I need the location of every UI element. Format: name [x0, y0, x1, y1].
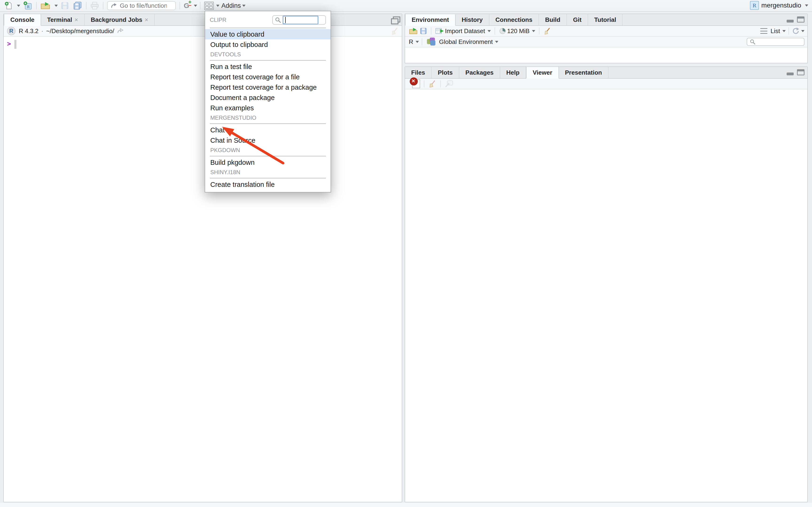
menu-item-report-test-coverage-file[interactable]: Report test coverage for a file: [205, 72, 331, 82]
menu-separator: [210, 123, 326, 124]
environment-toolbar: Import Dataset 120 MiB: [405, 26, 807, 37]
project-menu-button[interactable]: R mergenstudio: [750, 1, 808, 10]
menu-item-document-a-package[interactable]: Document a package: [205, 93, 331, 103]
addins-search-input-focused[interactable]: [283, 16, 318, 24]
goto-file-function-input[interactable]: [120, 2, 167, 9]
tab-history[interactable]: History: [456, 14, 490, 25]
minimize-pane-icon[interactable]: [786, 72, 794, 75]
save-workspace-button[interactable]: [419, 26, 428, 36]
viewer-content-area[interactable]: [405, 90, 807, 501]
menu-section-header-shinyi18n: SHINY.I18N: [205, 168, 331, 177]
tab-environment[interactable]: Environment: [405, 14, 456, 26]
tab-files-label: Files: [411, 69, 425, 76]
version-control-button[interactable]: G + −: [183, 1, 192, 10]
tab-plots[interactable]: Plots: [432, 67, 459, 78]
console-output-area[interactable]: >: [4, 37, 402, 49]
maximize-pane-icon[interactable]: [797, 69, 805, 75]
save-button[interactable]: [60, 1, 70, 10]
addins-menu-button[interactable]: Addins: [221, 2, 241, 9]
meta-separator: ·: [41, 27, 44, 35]
new-file-icon: [4, 1, 13, 10]
open-folder-icon: [409, 27, 418, 35]
menu-item-chat[interactable]: Chat: [205, 125, 331, 135]
environment-scope-caret-icon[interactable]: [495, 41, 498, 43]
memory-usage-button[interactable]: 120 MiB: [498, 26, 536, 36]
menu-item-report-test-coverage-package[interactable]: Report test coverage for a package: [205, 82, 331, 93]
goto-file-function-box[interactable]: [107, 1, 176, 10]
tab-tutorial[interactable]: Tutorial: [588, 14, 623, 25]
toolbar-separator: [424, 80, 424, 87]
tab-packages[interactable]: Packages: [459, 67, 500, 78]
environment-pane: Environment History Connections Build Gi…: [405, 14, 808, 63]
memory-pie-icon: [499, 27, 506, 35]
tab-background-jobs-label: Background Jobs: [91, 16, 142, 23]
tab-presentation[interactable]: Presentation: [559, 67, 609, 78]
tab-connections[interactable]: Connections: [490, 14, 539, 25]
load-workspace-button[interactable]: [408, 26, 419, 36]
workspace-panes-caret-icon[interactable]: [216, 5, 219, 7]
maximize-pane-icon[interactable]: [797, 16, 805, 22]
clear-viewer-button[interactable]: [411, 79, 421, 89]
tab-terminal[interactable]: Terminal ×: [41, 14, 85, 25]
clear-environment-button[interactable]: [542, 26, 552, 36]
workspace-panes-button[interactable]: [203, 1, 215, 10]
project-caret-icon: [805, 4, 808, 7]
tab-connections-label: Connections: [496, 16, 532, 23]
tab-files[interactable]: Files: [405, 67, 432, 78]
menu-item-value-to-clipboard[interactable]: Value to clipboard: [205, 29, 331, 40]
refresh-icon[interactable]: [792, 27, 800, 35]
addins-search-field[interactable]: [272, 15, 326, 25]
addins-search-input[interactable]: [286, 16, 318, 24]
refresh-caret-icon[interactable]: [801, 30, 805, 32]
menu-item-output-to-clipboard[interactable]: Output to clipboard: [205, 40, 331, 50]
menu-item-create-translation-file[interactable]: Create translation file: [205, 179, 331, 190]
environment-search-input[interactable]: [758, 39, 800, 45]
language-selector[interactable]: R: [409, 38, 413, 46]
list-view-caret-icon[interactable]: [782, 30, 786, 32]
open-file-button[interactable]: [40, 1, 51, 10]
tab-background-jobs[interactable]: Background Jobs ×: [85, 14, 155, 25]
addins-caret-icon[interactable]: [242, 5, 246, 7]
clear-console-broom-icon[interactable]: [391, 27, 399, 35]
save-all-icon: [73, 1, 82, 10]
console-tabstrip: Console Terminal × Background Jobs ×: [4, 14, 402, 26]
environment-search-box[interactable]: [747, 38, 805, 46]
tab-viewer[interactable]: Viewer: [526, 67, 559, 78]
tab-background-jobs-close-icon[interactable]: ×: [145, 16, 148, 23]
open-in-new-window-icon[interactable]: [117, 28, 124, 34]
menu-item-run-examples[interactable]: Run examples: [205, 103, 331, 113]
open-file-caret-icon[interactable]: [54, 5, 58, 7]
viewer-tabstrip: Files Plots Packages Help Viewer Present…: [405, 67, 807, 78]
menu-item-build-pkgdown[interactable]: Build pkgdown: [205, 157, 331, 168]
clear-all-viewer-button[interactable]: [427, 79, 438, 89]
menu-section-header-mergenstudio: MERGENSTUDIO: [205, 113, 331, 122]
environment-tabstrip: Environment History Connections Build Gi…: [405, 14, 807, 26]
open-in-new-window-icon: [445, 80, 453, 88]
tab-git[interactable]: Git: [567, 14, 588, 25]
tab-console[interactable]: Console: [4, 14, 41, 26]
minimize-pane-icon[interactable]: [786, 20, 794, 22]
git-diff-marks-icon: + −: [188, 0, 192, 7]
tab-terminal-close-icon[interactable]: ×: [74, 16, 78, 23]
new-file-caret-icon[interactable]: [17, 5, 20, 7]
tab-help[interactable]: Help: [500, 67, 526, 78]
export-viewer-button[interactable]: [444, 79, 454, 89]
environment-scope-selector[interactable]: Global Environment: [439, 38, 493, 46]
new-file-button[interactable]: [3, 1, 14, 10]
version-control-caret-icon[interactable]: [194, 5, 197, 7]
menu-separator: [210, 178, 326, 178]
language-caret-icon[interactable]: [416, 41, 419, 43]
new-project-button[interactable]: R: [22, 1, 33, 10]
list-view-label[interactable]: List: [771, 27, 780, 35]
menu-section-header-clipr: CLIPR: [210, 15, 226, 25]
tab-build[interactable]: Build: [539, 14, 567, 25]
print-button[interactable]: [89, 1, 100, 10]
save-all-button[interactable]: [72, 1, 83, 10]
tab-environment-label: Environment: [412, 16, 449, 23]
maximize-pane-icon[interactable]: [391, 16, 399, 23]
import-dataset-button[interactable]: Import Dataset: [434, 26, 492, 36]
console-pane: Console Terminal × Background Jobs × R R…: [3, 14, 402, 502]
environment-content-area[interactable]: [405, 47, 807, 62]
menu-item-run-a-test-file[interactable]: Run a test file: [205, 61, 331, 72]
menu-item-chat-in-source[interactable]: Chat in Source: [205, 135, 331, 146]
